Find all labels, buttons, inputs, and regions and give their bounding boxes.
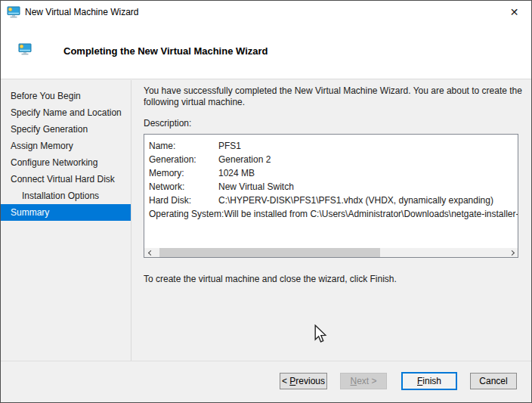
summary-value: PFS1 xyxy=(218,139,241,153)
scrollbar-thumb[interactable] xyxy=(159,248,380,257)
page-title: Completing the New Virtual Machine Wizar… xyxy=(63,45,268,57)
summary-value: New Virtual Switch xyxy=(218,180,294,194)
mouse-cursor xyxy=(314,324,327,344)
summary-row-memory: Memory: 1024 MB xyxy=(149,166,518,180)
summary-label: Generation: xyxy=(149,153,218,166)
chevron-left-icon xyxy=(147,250,153,255)
window-title: New Virtual Machine Wizard xyxy=(25,7,139,17)
sidebar-item-configure-networking[interactable]: Configure Networking xyxy=(1,154,131,171)
sidebar-item-before-you-begin[interactable]: Before You Begin xyxy=(1,88,131,104)
vm-summary-box: Name: PFS1 Generation: Generation 2 Memo… xyxy=(144,134,518,258)
scroll-left-button[interactable] xyxy=(144,248,155,257)
close-icon: ✕ xyxy=(510,6,519,18)
vm-wizard-header-icon xyxy=(18,43,32,55)
sidebar-item-summary[interactable]: Summary xyxy=(1,204,131,221)
sidebar-item-assign-memory[interactable]: Assign Memory xyxy=(1,138,131,154)
summary-label: Name: xyxy=(149,139,218,153)
vm-summary-rows: Name: PFS1 Generation: Generation 2 Memo… xyxy=(149,139,518,221)
sidebar-divider xyxy=(131,80,131,361)
wizard-window: New Virtual Machine Wizard ✕ Completing … xyxy=(0,0,532,403)
next-button: Next > xyxy=(340,373,387,389)
previous-button[interactable]: < Previous xyxy=(280,373,327,389)
summary-value: Will be installed from C:\Users\Administ… xyxy=(224,207,518,221)
summary-label: Memory: xyxy=(149,166,218,180)
summary-label: Operating System: xyxy=(149,207,224,221)
vm-wizard-icon xyxy=(7,6,20,18)
summary-row-network: Network: New Virtual Switch xyxy=(149,180,518,194)
footer-divider xyxy=(1,361,531,361)
scroll-right-button[interactable] xyxy=(507,248,518,257)
summary-label: Hard Disk: xyxy=(149,194,218,207)
summary-row-generation: Generation: Generation 2 xyxy=(149,153,518,166)
summary-row-hard-disk: Hard Disk: C:\HYPERV-DISK\PFS1\PFS1.vhdx… xyxy=(149,194,518,207)
chevron-right-icon xyxy=(509,250,514,255)
sidebar-item-connect-virtual-hard-disk[interactable]: Connect Virtual Hard Disk xyxy=(1,171,131,188)
horizontal-scrollbar[interactable] xyxy=(144,248,518,257)
sidebar-item-installation-options[interactable]: Installation Options xyxy=(1,188,131,204)
sidebar-item-specify-name-and-location[interactable]: Specify Name and Location xyxy=(1,104,131,121)
summary-value: C:\HYPERV-DISK\PFS1\PFS1.vhdx (VHDX, dyn… xyxy=(218,194,493,207)
description-label: Description: xyxy=(144,118,191,129)
wizard-steps-sidebar: Before You Begin Specify Name and Locati… xyxy=(1,80,131,221)
finish-instruction: To create the virtual machine and close … xyxy=(144,274,397,284)
cancel-button[interactable]: Cancel xyxy=(470,373,517,389)
intro-text: You have successfully completed the New … xyxy=(144,85,526,107)
summary-row-operating-system: Operating System: Will be installed from… xyxy=(149,207,518,221)
summary-label: Network: xyxy=(149,180,218,194)
summary-value: Generation 2 xyxy=(218,153,271,166)
summary-row-name: Name: PFS1 xyxy=(149,139,518,153)
summary-value: 1024 MB xyxy=(218,166,255,180)
close-button[interactable]: ✕ xyxy=(497,1,531,23)
sidebar-item-specify-generation[interactable]: Specify Generation xyxy=(1,121,131,138)
finish-button[interactable]: Finish xyxy=(401,372,457,390)
